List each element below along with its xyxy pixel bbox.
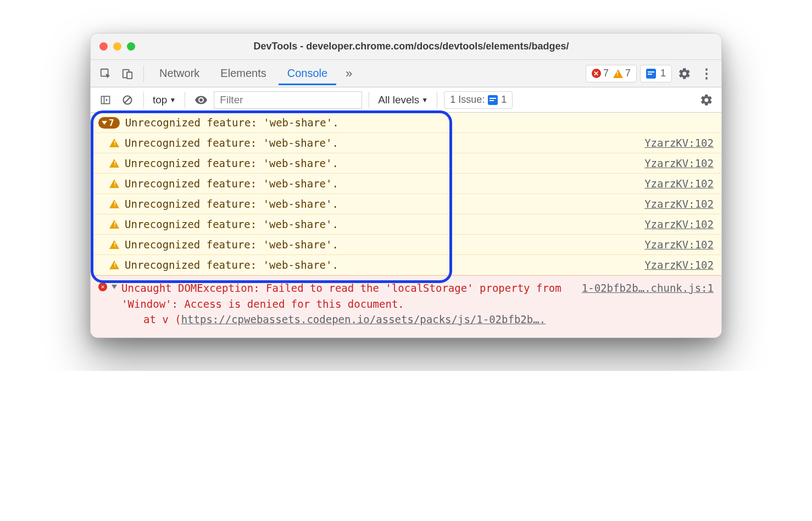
stack-trace: at v (https://cpwebassets.codepen.io/ass… [98, 312, 714, 328]
kebab-menu-icon[interactable]: ⋮ [697, 64, 716, 83]
error-warning-counter[interactable]: ✕ 7 7 [586, 65, 637, 82]
svg-rect-2 [127, 72, 132, 79]
warning-message: Unrecognized feature: 'web-share'. [125, 137, 338, 149]
chevron-down-icon[interactable] [112, 285, 117, 289]
minimize-window-button[interactable] [113, 42, 121, 51]
source-link[interactable]: YzarzKV:102 [644, 178, 714, 190]
warning-log-entry: Unrecognized feature: 'web-share'.YzarzK… [91, 194, 721, 214]
more-tabs-icon[interactable]: » [340, 64, 358, 83]
warning-icon [109, 199, 119, 208]
source-link[interactable]: YzarzKV:102 [644, 198, 714, 210]
warning-group-highlight: 7 Unrecognized feature: 'web-share'. Unr… [91, 113, 721, 275]
error-icon: ✕ [592, 69, 601, 78]
chevron-down-icon: ▼ [169, 96, 176, 104]
warning-message: Unrecognized feature: 'web-share'. [125, 239, 338, 251]
error-source-link[interactable]: 1-02bfb2b….chunk.js:1 [582, 280, 714, 296]
separator [369, 92, 369, 108]
console-settings-icon[interactable] [697, 91, 716, 109]
source-link[interactable]: YzarzKV:102 [644, 157, 714, 169]
warning-group-header[interactable]: 7 Unrecognized feature: 'web-share'. [91, 113, 721, 133]
chevron-down-icon: ▼ [421, 96, 428, 104]
settings-icon[interactable] [675, 64, 694, 83]
separator [437, 92, 437, 108]
error-count: ✕ 7 [592, 68, 609, 79]
toggle-sidebar-icon[interactable] [96, 91, 115, 109]
warning-log-entry: Unrecognized feature: 'web-share'.YzarzK… [91, 235, 721, 255]
context-selector[interactable]: top ▼ [151, 94, 178, 106]
issue-icon [646, 69, 656, 79]
devtools-window: DevTools - developer.chrome.com/docs/dev… [90, 33, 722, 338]
separator [143, 65, 144, 82]
source-link[interactable]: YzarzKV:102 [644, 218, 714, 230]
chevron-down-icon [102, 121, 107, 125]
main-tabs-row: Network Elements Console » ✕ 7 7 1 ⋮ [91, 60, 721, 87]
device-toolbar-icon[interactable] [118, 64, 137, 83]
issues-counter[interactable]: 1 [640, 65, 672, 82]
maximize-window-button[interactable] [127, 42, 135, 51]
warning-message: Unrecognized feature: 'web-share'. [125, 218, 338, 230]
traffic-lights [99, 42, 135, 51]
group-count-badge: 7 [98, 117, 120, 129]
warning-message: Unrecognized feature: 'web-share'. [125, 178, 338, 190]
warning-icon [109, 138, 119, 147]
log-levels-selector[interactable]: All levels ▼ [376, 94, 430, 106]
issue-icon [488, 95, 498, 105]
warning-log-entry: Unrecognized feature: 'web-share'.YzarzK… [91, 214, 721, 235]
warning-icon [109, 159, 119, 168]
error-log-entry: ✕ Uncaught DOMException: Failed to read … [91, 275, 721, 337]
tab-console[interactable]: Console [279, 62, 336, 85]
warning-log-entry: Unrecognized feature: 'web-share'.YzarzK… [91, 153, 721, 174]
tab-network[interactable]: Network [151, 62, 208, 85]
filter-input[interactable] [214, 91, 362, 109]
warning-log-entry: Unrecognized feature: 'web-share'.YzarzK… [91, 255, 721, 275]
warning-icon [109, 220, 119, 229]
source-link[interactable]: YzarzKV:102 [644, 239, 714, 251]
source-link[interactable]: YzarzKV:102 [644, 259, 714, 271]
warning-log-entry: Unrecognized feature: 'web-share'.YzarzK… [91, 174, 721, 194]
warning-icon [109, 260, 119, 269]
warning-icon [109, 179, 119, 188]
svg-line-6 [125, 97, 130, 103]
group-message: Unrecognized feature: 'web-share'. [125, 117, 339, 129]
window-title: DevTools - developer.chrome.com/docs/dev… [148, 41, 674, 52]
source-link[interactable]: YzarzKV:102 [644, 137, 714, 149]
warning-icon [109, 240, 119, 249]
issues-button[interactable]: 1 Issue: 1 [444, 91, 513, 109]
warning-message: Unrecognized feature: 'web-share'. [125, 198, 338, 210]
error-message: Uncaught DOMException: Failed to read th… [121, 282, 561, 310]
svg-rect-3 [102, 96, 110, 103]
separator [143, 92, 144, 108]
close-window-button[interactable] [99, 42, 108, 51]
console-toolbar: top ▼ All levels ▼ 1 Issue: 1 [91, 87, 721, 113]
inspect-element-icon[interactable] [96, 64, 115, 83]
error-icon: ✕ [98, 282, 107, 291]
titlebar: DevTools - developer.chrome.com/docs/dev… [91, 34, 721, 60]
warning-icon [613, 69, 623, 78]
separator [185, 92, 185, 108]
stack-trace-link[interactable]: https://cpwebassets.codepen.io/assets/pa… [181, 313, 546, 325]
warning-log-entry: Unrecognized feature: 'web-share'.YzarzK… [91, 133, 721, 153]
warning-count: 7 [613, 68, 631, 79]
live-expression-icon[interactable] [192, 91, 210, 109]
warning-message: Unrecognized feature: 'web-share'. [125, 157, 338, 169]
clear-console-icon[interactable] [118, 91, 137, 109]
warning-message: Unrecognized feature: 'web-share'. [125, 259, 338, 271]
tab-elements[interactable]: Elements [212, 62, 275, 85]
